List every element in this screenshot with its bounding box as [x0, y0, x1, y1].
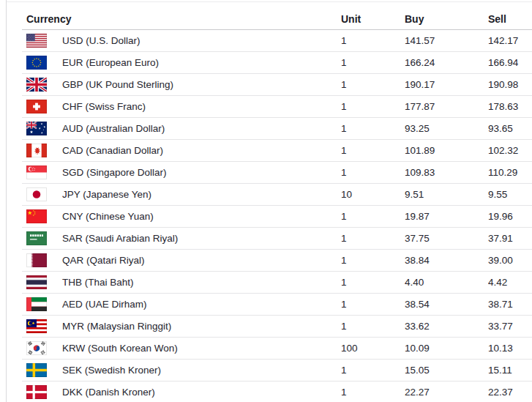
unit-value: 1 — [341, 294, 405, 316]
currency-cell: CHF (Swiss Franc) — [22, 96, 341, 118]
sell-rate: 10.13 — [488, 338, 532, 360]
unit-value: 1 — [341, 118, 405, 140]
currency-cell: CNY (Chinese Yuan) — [22, 206, 341, 228]
buy-rate: 101.89 — [405, 140, 488, 162]
currency-label: USD (U.S. Dollar) — [62, 35, 141, 46]
sell-rate: 19.96 — [488, 206, 532, 228]
flag-eur-icon — [26, 56, 47, 70]
table-row: USD (U.S. Dollar)1141.57142.17 — [22, 30, 532, 52]
currency-label: KRW (South Korean Won) — [62, 343, 178, 354]
sell-rate: 166.94 — [488, 52, 532, 74]
unit-value: 1 — [341, 316, 405, 338]
flag-jpy-icon — [26, 187, 47, 201]
table-row: QAR (Qatari Riyal)138.8439.00 — [22, 250, 532, 272]
sell-rate: 38.71 — [488, 294, 532, 316]
table-row: CAD (Canadian Dollar)1101.89102.32 — [22, 140, 532, 162]
unit-value: 1 — [341, 162, 405, 184]
currency-label: SEK (Swedish Kroner) — [62, 365, 161, 376]
column-header-buy: Buy — [405, 2, 488, 30]
flag-thb-icon — [26, 275, 47, 289]
unit-value: 1 — [341, 228, 405, 250]
table-row: AED (UAE Dirham)138.5438.71 — [22, 294, 532, 316]
unit-value: 1 — [341, 272, 405, 294]
sell-rate: 102.32 — [488, 140, 532, 162]
unit-value: 1 — [341, 52, 405, 74]
currency-label: THB (Thai Baht) — [62, 277, 134, 288]
currency-label: EUR (European Euro) — [62, 57, 159, 68]
flag-krw-icon — [26, 341, 47, 355]
column-header-unit: Unit — [341, 2, 405, 30]
panel-top-border — [7, 1, 532, 2]
flag-myr-icon — [26, 319, 47, 333]
currency-cell: KRW (South Korean Won) — [22, 338, 341, 360]
unit-value: 1 — [341, 360, 405, 381]
buy-rate: 37.75 — [405, 228, 488, 250]
buy-rate: 93.25 — [405, 118, 488, 140]
exchange-rates-table: Currency Unit Buy Sell USD (U.S. Dollar)… — [22, 2, 532, 402]
sell-rate: 37.91 — [488, 228, 532, 250]
currency-cell: CAD (Canadian Dollar) — [22, 140, 341, 162]
table-row: DKK (Danish Kroner)122.2722.37 — [22, 381, 532, 402]
buy-rate: 15.05 — [405, 360, 488, 381]
flag-aed-icon — [26, 297, 47, 311]
table-row: SAR (Saudi Arabian Riyal)137.7537.91 — [22, 228, 532, 250]
currency-label: MYR (Malaysian Ringgit) — [62, 321, 171, 332]
column-header-sell: Sell — [488, 2, 532, 30]
unit-value: 10 — [341, 184, 405, 206]
flag-chf-icon — [26, 100, 47, 113]
table-row: EUR (European Euro)1166.24166.94 — [22, 52, 532, 74]
currency-cell: GBP (UK Pound Sterling) — [22, 74, 341, 96]
flag-cny-icon — [26, 209, 47, 223]
currency-label: AUD (Australian Dollar) — [62, 123, 165, 134]
table-row: GBP (UK Pound Sterling)1190.17190.98 — [22, 74, 532, 96]
buy-rate: 141.57 — [405, 30, 488, 52]
currency-cell: EUR (European Euro) — [22, 52, 341, 74]
unit-value: 1 — [341, 140, 405, 162]
table-row: SEK (Swedish Kroner)115.0515.11 — [22, 360, 532, 381]
unit-value: 1 — [341, 30, 405, 52]
flag-usd-icon — [26, 34, 47, 48]
buy-rate: 38.84 — [405, 250, 488, 272]
sell-rate: 110.29 — [488, 162, 532, 184]
buy-rate: 10.09 — [405, 338, 488, 360]
currency-cell: DKK (Danish Kroner) — [22, 381, 341, 402]
flag-qar-icon — [26, 253, 47, 267]
sell-rate: 39.00 — [488, 250, 532, 272]
currency-cell: AED (UAE Dirham) — [22, 294, 341, 316]
table-row: CNY (Chinese Yuan)119.8719.96 — [22, 206, 532, 228]
currency-cell: SGD (Singapore Dollar) — [22, 162, 341, 184]
currency-label: SGD (Singapore Dollar) — [62, 167, 167, 178]
buy-rate: 190.17 — [405, 74, 488, 96]
column-header-currency: Currency — [22, 2, 341, 30]
unit-value: 1 — [341, 96, 405, 118]
flag-gbp-icon — [26, 78, 47, 92]
table-header-row: Currency Unit Buy Sell — [22, 2, 532, 30]
currency-label: CNY (Chinese Yuan) — [62, 211, 154, 222]
currency-cell: QAR (Qatari Riyal) — [22, 250, 341, 272]
sell-rate: 15.11 — [488, 360, 532, 381]
buy-rate: 109.83 — [405, 162, 488, 184]
buy-rate: 166.24 — [405, 52, 488, 74]
exchange-rates-panel: Currency Unit Buy Sell USD (U.S. Dollar)… — [22, 2, 532, 402]
flag-cad-icon — [26, 144, 47, 157]
unit-value: 1 — [341, 74, 405, 96]
unit-value: 1 — [341, 250, 405, 272]
table-row: CHF (Swiss Franc)1177.87178.63 — [22, 96, 532, 118]
currency-cell: USD (U.S. Dollar) — [22, 30, 341, 52]
table-row: SGD (Singapore Dollar)1109.83110.29 — [22, 162, 532, 184]
sell-rate: 4.42 — [488, 272, 532, 294]
sell-rate: 22.37 — [488, 381, 532, 402]
sell-rate: 93.65 — [488, 118, 532, 140]
currency-label: CHF (Swiss Franc) — [62, 101, 146, 112]
currency-label: AED (UAE Dirham) — [62, 299, 147, 310]
currency-label: QAR (Qatari Riyal) — [62, 255, 145, 266]
currency-cell: AUD (Australian Dollar) — [22, 118, 341, 140]
buy-rate: 33.62 — [405, 316, 488, 338]
currency-cell: MYR (Malaysian Ringgit) — [22, 316, 341, 338]
table-row: JPY (Japanese Yen)109.519.55 — [22, 184, 532, 206]
buy-rate: 9.51 — [405, 184, 488, 206]
panel-left-border — [6, 0, 7, 402]
currency-label: SAR (Saudi Arabian Riyal) — [62, 233, 178, 244]
table-row: KRW (South Korean Won)10010.0910.13 — [22, 338, 532, 360]
flag-dkk-icon — [26, 385, 47, 399]
